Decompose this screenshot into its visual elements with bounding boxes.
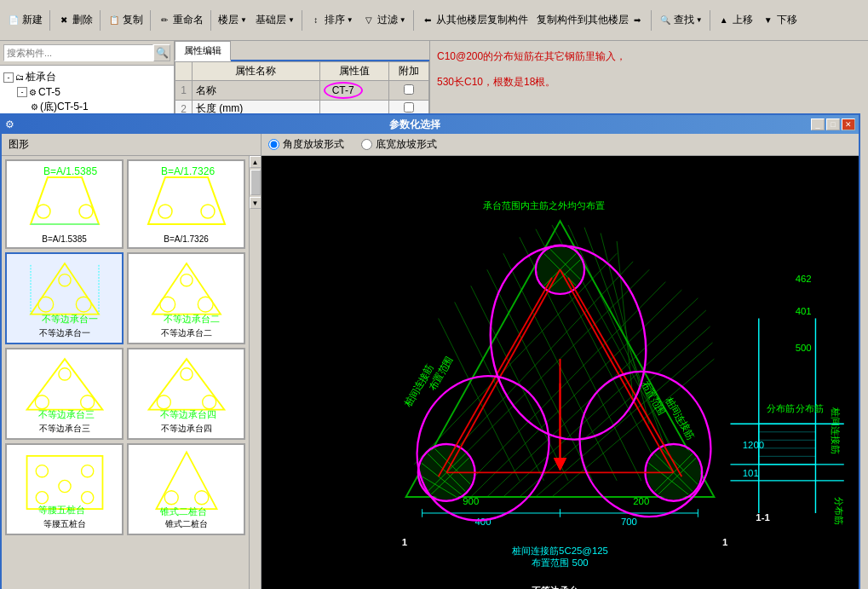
search-button[interactable]: 🔍 xyxy=(153,44,170,61)
figure-item-1[interactable]: B=A/1.5385 B=A/1.5385 xyxy=(5,159,124,249)
figure-item-5[interactable]: 不等边承台三 不等边承台三 xyxy=(5,348,124,440)
figures-header: 图形 xyxy=(2,134,261,156)
filter-button[interactable]: ▽ 过滤 ▼ xyxy=(359,11,410,29)
figure-item-3[interactable]: 不等边承台一 不等边承台一 xyxy=(5,252,124,344)
figures-scroll[interactable]: B=A/1.5385 B=A/1.5385 B=A/1.7 xyxy=(2,156,249,589)
layer-arrow-icon: ▼ xyxy=(240,16,247,24)
svg-text:不等边承台二: 不等边承台二 xyxy=(164,314,220,324)
svg-point-10 xyxy=(37,297,53,312)
scroll-down-button[interactable]: ▼ xyxy=(250,197,262,209)
sep2 xyxy=(100,10,101,31)
filter-icon: ▽ xyxy=(362,14,376,27)
col-name: 属性名称 xyxy=(193,62,320,81)
scroll-thumb[interactable] xyxy=(250,170,261,195)
find-arrow-icon: ▼ xyxy=(696,16,703,24)
figure-label-5: 不等边承台三 xyxy=(10,423,118,435)
row-extra-checkbox[interactable] xyxy=(404,84,414,95)
svg-point-1 xyxy=(37,205,50,218)
width-option[interactable]: 底宽放坡形式 xyxy=(361,137,437,152)
figures-grid: B=A/1.5385 B=A/1.5385 B=A/1.7 xyxy=(5,159,245,535)
svg-point-28 xyxy=(202,396,216,409)
dialog-controls: _ □ ✕ xyxy=(811,118,855,130)
svg-text:1: 1 xyxy=(402,537,408,547)
copy-button[interactable]: 📋 复制 xyxy=(104,11,147,29)
svg-line-45 xyxy=(471,286,568,481)
main-drawing-svg: 承台范围内主筋之外均匀布置 400 700 xyxy=(262,156,859,589)
new-button[interactable]: 📄 新建 xyxy=(3,11,46,29)
copy-from-button[interactable]: ⬅ 从其他楼层复制构件 xyxy=(417,11,532,29)
tab-bar: 属性编辑 xyxy=(175,41,429,61)
svg-point-12 xyxy=(58,274,70,286)
angle-option[interactable]: 角度放坡形式 xyxy=(268,137,344,152)
layer-button[interactable]: 楼层 ▼ xyxy=(215,11,250,29)
svg-text:桩间连接筋: 桩间连接筋 xyxy=(830,407,840,454)
rename-icon: ✏ xyxy=(158,14,171,27)
svg-line-46 xyxy=(487,269,593,481)
ct5-1-icon: ⚙ xyxy=(31,102,38,112)
search-input[interactable] xyxy=(3,44,153,61)
tree-item-ct5[interactable]: - ⚙ CT-5 xyxy=(3,85,170,99)
width-radio[interactable] xyxy=(361,139,372,150)
angle-radio[interactable] xyxy=(268,139,279,150)
sort-label: 排序 xyxy=(325,13,345,27)
table-row[interactable]: 1名称CT-7 xyxy=(175,81,429,101)
delete-icon: ✖ xyxy=(57,14,71,27)
svg-point-27 xyxy=(157,396,170,409)
sort-button[interactable]: ↕ 排序 ▼ xyxy=(306,11,357,29)
svg-point-24 xyxy=(58,368,70,380)
svg-text:布置范围 500: 布置范围 500 xyxy=(532,557,588,568)
rename-button[interactable]: ✏ 重命名 xyxy=(154,11,207,29)
svg-text:分布筋: 分布筋 xyxy=(767,403,795,413)
row-extra-checkbox[interactable] xyxy=(404,102,414,113)
svg-text:承台范围内主筋之外均匀布置: 承台范围内主筋之外均匀布置 xyxy=(483,200,605,211)
tree-root-label: 桩承台 xyxy=(26,70,56,84)
sep4 xyxy=(210,10,211,31)
sort-icon: ↕ xyxy=(309,14,323,27)
svg-text:锥式二桩台: 锥式二桩台 xyxy=(158,506,206,517)
dialog-maximize-button[interactable]: □ xyxy=(826,118,840,130)
svg-point-23 xyxy=(80,396,94,409)
sep5 xyxy=(302,10,302,31)
copy-to-button[interactable]: 复制构件到其他楼层 ➡ xyxy=(533,11,647,29)
root-expand-icon[interactable]: - xyxy=(3,72,14,83)
figure-item-8[interactable]: 锥式二桩台 锥式二桩台 xyxy=(127,443,245,535)
svg-text:不等边承台一: 不等边承台一 xyxy=(532,586,589,589)
comment-line-1: C10@200的分布短筋在其它钢筋里输入， xyxy=(437,48,861,66)
tree-root[interactable]: - 🗂 桩承台 xyxy=(3,69,170,85)
ct5-expand-icon[interactable]: - xyxy=(17,87,27,97)
ct5-1-label: (底)CT-5-1 xyxy=(40,100,89,114)
figure-item-6[interactable]: 不等边承台四 不等边承台四 xyxy=(127,348,245,440)
scroll-up-button[interactable]: ▲ xyxy=(250,156,262,168)
figures-scrollbar[interactable]: ▲ ▼ xyxy=(249,156,261,589)
figure-item-4[interactable]: 不等边承台二 不等边承台二 xyxy=(127,252,245,344)
svg-text:等腰五桩台: 等腰五桩台 xyxy=(37,505,84,515)
figure-item-2[interactable]: B=A/1.7326 B=A/1.7326 xyxy=(127,159,245,249)
figure-svg-8: 锥式二桩台 xyxy=(135,448,238,517)
svg-line-57 xyxy=(439,269,650,481)
sep8 xyxy=(710,10,710,31)
tab-properties[interactable]: 属性编辑 xyxy=(175,41,231,61)
drawing-canvas: 承台范围内主筋之外均匀布置 400 700 xyxy=(262,156,859,589)
figure-svg-3: 不等边承台一 xyxy=(14,257,116,326)
row-value-cell[interactable]: CT-7 xyxy=(319,81,388,101)
row-name-cell: 名称 xyxy=(193,81,320,101)
figure-item-7[interactable]: 等腰五桩台 等腰五桩台 xyxy=(5,443,124,535)
down-button[interactable]: ▼ 下移 xyxy=(758,11,801,29)
svg-rect-123 xyxy=(759,424,816,465)
svg-point-2 xyxy=(79,205,93,218)
figure-svg-5: 不等边承台三 xyxy=(14,353,116,421)
dialog-close-button[interactable]: ✕ xyxy=(842,118,855,130)
down-label: 下移 xyxy=(777,13,797,27)
delete-button[interactable]: ✖ 删除 xyxy=(54,11,96,29)
up-button[interactable]: ▲ 上移 xyxy=(714,11,756,29)
svg-point-22 xyxy=(35,396,49,409)
base-layer-button[interactable]: 基础层 ▼ xyxy=(252,11,298,29)
search-icon: 🔍 xyxy=(156,47,169,59)
svg-text:900: 900 xyxy=(463,496,479,506)
find-button[interactable]: 🔍 查找 ▼ xyxy=(655,11,706,29)
row-extra-cell[interactable] xyxy=(388,81,428,101)
sep7 xyxy=(651,10,652,31)
svg-point-33 xyxy=(81,465,93,477)
dialog-minimize-button[interactable]: _ xyxy=(811,118,825,130)
dialog-body: 图形 B=A/1.53 xyxy=(2,134,859,589)
